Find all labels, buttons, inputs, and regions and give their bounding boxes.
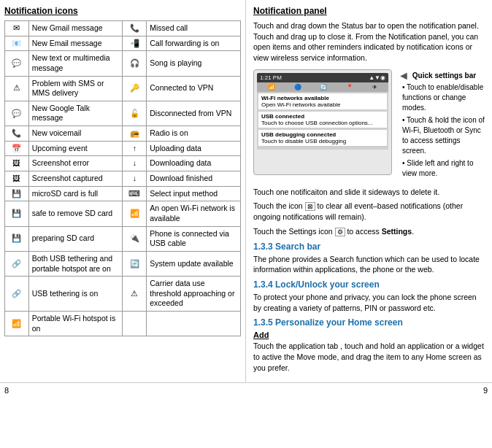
page-num-left: 8 bbox=[4, 386, 9, 395]
label-right: Call forwarding is on bbox=[147, 36, 241, 51]
icon-left: 🖼 bbox=[5, 156, 29, 171]
table-row: ⚠ Problem with SMS or MMS delivery 🔑 Con… bbox=[5, 76, 241, 101]
arrow-icon: ◄ bbox=[398, 69, 410, 82]
table-row: 💬 New Google Talk message 🔓 Disconnected… bbox=[5, 101, 241, 125]
quick-settings-bullet: Touch & hold the icon of Wi-Fi, Bluetoot… bbox=[398, 115, 485, 156]
label-right bbox=[147, 312, 241, 336]
icon-right: ↓ bbox=[123, 156, 147, 171]
table-row: 📅 Upcoming event ↑ Uploading data bbox=[5, 141, 241, 156]
table-row: 💾 preparing SD card 🔌 Phone is connected… bbox=[5, 226, 241, 251]
icon-right: 📞 bbox=[123, 21, 147, 36]
icon-left: 🖼 bbox=[5, 171, 29, 187]
icon-left: 📧 bbox=[5, 36, 29, 51]
icon-right: 🔌 bbox=[123, 226, 147, 251]
label-right: Downloading data bbox=[147, 156, 241, 171]
quick-settings-bullet: Slide left and right to view more. bbox=[398, 158, 485, 179]
label-right: Select input method bbox=[147, 186, 241, 201]
icon-left: 📞 bbox=[5, 126, 29, 142]
label-left: New voicemail bbox=[28, 126, 123, 142]
label-left: Problem with SMS or MMS delivery bbox=[28, 76, 123, 101]
right-section-title: Notification panel bbox=[253, 6, 485, 16]
label-right: Uploading data bbox=[147, 141, 241, 156]
quick-settings-block: ◄ Quick settings bar Touch to enable/dis… bbox=[398, 69, 485, 181]
table-row: 🖼 Screenshot captured ↓ Download finishe… bbox=[5, 171, 241, 187]
label-right: Carrier data use threshold approaching o… bbox=[147, 277, 241, 312]
label-left: Both USB tethering and portable hotspot … bbox=[28, 251, 123, 276]
table-row: 🖼 Screenshot error ↓ Downloading data bbox=[5, 156, 241, 171]
section-heading-1: 1.3.3 Search bar bbox=[253, 242, 485, 252]
right-column: Notification panel Touch and drag down t… bbox=[246, 0, 492, 382]
icon-left: 🔗 bbox=[5, 277, 29, 312]
body-text-6: Touch the application tab , touch and ho… bbox=[253, 341, 485, 373]
table-row: 📧 New Email message 📲 Call forwarding is… bbox=[5, 36, 241, 51]
label-left: Upcoming event bbox=[28, 141, 123, 156]
table-row: 💾 microSD card is full ⌨ Select input me… bbox=[5, 186, 241, 201]
icon-right: 📲 bbox=[123, 36, 147, 51]
icon-left: 💬 bbox=[5, 51, 29, 76]
phone-notif-debug: USB debugging connected Touch to disable… bbox=[258, 130, 387, 147]
label-left: microSD card is full bbox=[28, 186, 123, 201]
icon-left: 🔗 bbox=[5, 251, 29, 276]
icon-right: 🎧 bbox=[123, 51, 147, 76]
icon-right: 📻 bbox=[123, 126, 147, 142]
page-num-right: 9 bbox=[483, 386, 488, 395]
section-heading-3: 1.3.5 Personalize your Home screen bbox=[253, 317, 485, 328]
body-text-2: Touch the icon ⊠ to clear all event–base… bbox=[253, 201, 485, 222]
label-right: Download finished bbox=[147, 171, 241, 187]
label-right: Song is playing bbox=[147, 51, 241, 76]
table-row: 📶 Portable Wi-Fi hotspot is on bbox=[5, 312, 241, 336]
icon-left: 📶 bbox=[5, 312, 29, 336]
table-row: 📞 New voicemail 📻 Radio is on bbox=[5, 126, 241, 142]
table-row: 💬 New text or multimedia message 🎧 Song … bbox=[5, 51, 241, 76]
left-column: Notification icons ✉ New Gmail message 📞… bbox=[0, 0, 246, 382]
body-text-4: The phone provides a Search function whi… bbox=[253, 254, 485, 275]
quick-settings-label: ◄ Quick settings bar bbox=[398, 69, 485, 82]
body-text-5: To protect your phone and privacy, you c… bbox=[253, 292, 485, 313]
label-left: New Email message bbox=[28, 36, 123, 51]
label-left: preparing SD card bbox=[28, 226, 123, 251]
icon-right: ⚠ bbox=[123, 277, 147, 312]
icon-right: 🔑 bbox=[123, 76, 147, 101]
page-numbers: 8 9 bbox=[0, 382, 492, 398]
label-left: New Google Talk message bbox=[28, 101, 123, 125]
label-right: Missed call bbox=[147, 21, 241, 36]
icon-right bbox=[123, 312, 147, 336]
body-text-1: Touch one notificaiton and slide it side… bbox=[253, 187, 485, 198]
label-left: New Gmail message bbox=[28, 21, 123, 36]
label-right: Radio is on bbox=[147, 126, 241, 142]
icon-right: 🔄 bbox=[123, 251, 147, 276]
phone-mockup: 1:21 PM ▲▼◉ 📶 🔵 🔄 📍 ✈ Wi-Fi networks ava… bbox=[253, 69, 392, 175]
intro-text: Touch and drag down the Status bar to op… bbox=[253, 20, 485, 63]
icon-right: 🔓 bbox=[123, 101, 147, 125]
quick-settings-bullet: Touch to enable/disable functions or cha… bbox=[398, 82, 485, 113]
table-row: 🔗 Both USB tethering and portable hotspo… bbox=[5, 251, 241, 276]
label-left: Portable Wi-Fi hotspot is on bbox=[28, 312, 123, 336]
label-left: Screenshot error bbox=[28, 156, 123, 171]
icon-right: 📶 bbox=[123, 201, 147, 226]
phone-status-icons: ▲▼◉ bbox=[369, 74, 385, 81]
label-right: Connected to VPN bbox=[147, 76, 241, 101]
label-left: USB tethering is on bbox=[28, 277, 123, 312]
phone-status-bar: 1:21 PM ▲▼◉ bbox=[257, 73, 388, 82]
label-right: Phone is connected via USB cable bbox=[147, 226, 241, 251]
label-left: safe to remove SD card bbox=[28, 201, 123, 226]
icon-left: ⚠ bbox=[5, 76, 29, 101]
phone-icon-row: 📶 🔵 🔄 📍 ✈ bbox=[257, 82, 388, 92]
icon-left: ✉ bbox=[5, 21, 29, 36]
left-section-title: Notification icons bbox=[4, 6, 241, 16]
quick-settings-bullets: Touch to enable/disable functions or cha… bbox=[398, 82, 485, 179]
label-right: System update available bbox=[147, 251, 241, 276]
phone-notification-area: Wi-Fi networks available Open Wi-Fi netw… bbox=[257, 92, 388, 150]
icon-left: 💾 bbox=[5, 186, 29, 201]
icon-left: 💾 bbox=[5, 226, 29, 251]
body-text-3: Touch the Settings icon ⚙ to access Sett… bbox=[253, 226, 485, 237]
table-row: ✉ New Gmail message 📞 Missed call bbox=[5, 21, 241, 36]
add-sub-heading: Add bbox=[253, 331, 485, 339]
table-row: 🔗 USB tethering is on ⚠ Carrier data use… bbox=[5, 277, 241, 312]
icon-right: ⌨ bbox=[123, 186, 147, 201]
icon-right: ↓ bbox=[123, 171, 147, 187]
label-right: An open Wi-Fi network is available bbox=[147, 201, 241, 226]
notification-icons-table: ✉ New Gmail message 📞 Missed call 📧 New … bbox=[4, 20, 241, 336]
section-heading-2: 1.3.4 Lock/Unlock your screen bbox=[253, 279, 485, 290]
label-left: Screenshot captured bbox=[28, 171, 123, 187]
